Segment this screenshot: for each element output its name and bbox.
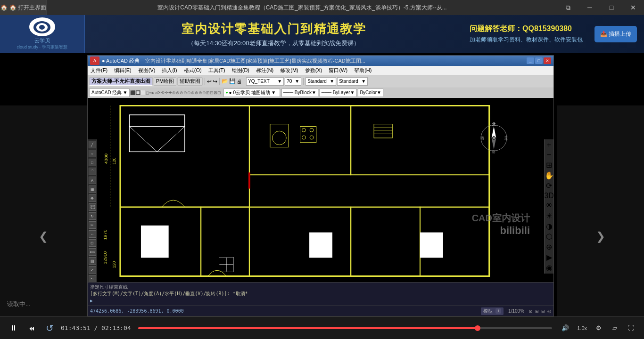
tool-text[interactable]: A [89, 177, 96, 184]
menu-tools[interactable]: 工具(T) [207, 67, 227, 74]
tool-arc[interactable]: ⌒ [89, 168, 96, 175]
menu-annotate[interactable]: 标注(N) [255, 67, 275, 74]
toolbar-tab2[interactable]: PM绘图 [154, 77, 177, 86]
svg-rect-16 [141, 226, 169, 258]
rtool-pan[interactable]: ✋ [545, 171, 554, 180]
menu-edit[interactable]: 编辑(E) [113, 67, 133, 74]
home-button[interactable]: 🏠 🏠 打开主界面 [0, 0, 47, 15]
logo-sub: cloud study · 学习家装智慧 [17, 44, 67, 50]
tool-rect[interactable]: □ [89, 159, 96, 166]
menu-modify[interactable]: 修改(M) [279, 67, 300, 74]
upload-button[interactable]: 📤 插播上传 [594, 26, 637, 42]
play-pause-button[interactable]: ⏸ [7, 322, 20, 335]
undo-icon[interactable]: ↩ [207, 78, 212, 85]
cad-toolbar-1: 方案大师-不允许直接出图 PM绘图 辅助套图 ↩ ↪ 📂 💾 🖨 YQ_TEXT… [88, 75, 553, 88]
rtool-orbit[interactable]: ⟳ [546, 181, 552, 190]
polar-icon[interactable]: ◎ [547, 309, 551, 314]
skip-prev-button[interactable]: ⏮ [25, 322, 38, 335]
layer-dot-icon: ● [226, 90, 228, 95]
rtool-zoom-in[interactable]: + [547, 141, 551, 149]
tool-offset[interactable]: ⊡ [89, 239, 96, 247]
tool-stretch[interactable]: ⤳ [89, 275, 96, 282]
tool-mirror[interactable]: ⟺ [89, 248, 96, 256]
cad-restore[interactable]: □ [535, 57, 543, 64]
snap-icon[interactable]: ⊠ [529, 309, 533, 314]
tool-copy[interactable]: ⿸ [89, 203, 96, 211]
tool-array[interactable]: ▤ [89, 257, 96, 265]
size-field[interactable]: 70 ▼ [285, 77, 301, 86]
ortho-icon[interactable]: ⊟ [541, 309, 545, 314]
main-video-area: ❮ A ● AutoCAD 经典 室内设计零基础到精通全集|家居CAD施工图|家… [0, 53, 644, 316]
open-icon[interactable]: 📂 [222, 78, 228, 84]
rtool-zoom-all[interactable]: ⊞ [546, 161, 552, 170]
maximize-button[interactable]: □ [601, 0, 622, 15]
print-icon[interactable]: 🖨 [237, 79, 242, 84]
style1-dropdown[interactable]: Standard ▼ [305, 77, 336, 86]
rtool-zoom-out[interactable]: − [547, 151, 551, 159]
rtool-wire[interactable]: ⬡ [546, 232, 553, 241]
menu-insert[interactable]: 插入(I) [160, 67, 178, 74]
redo-icon[interactable]: ↪ [213, 78, 217, 85]
byblock-dropdown[interactable]: ─── ByBlock ▼ [281, 89, 318, 97]
menu-format[interactable]: 格式(O) [182, 67, 203, 74]
cad-drawing-area[interactable]: ╱ ○ □ ⌒ A ▦ ✥ ⿸ ↻ ✂ ↔ ⊡ ⟺ ▤ ⤢ ⤳ ←→ ≡ ℹ [88, 98, 553, 284]
tool-line[interactable]: ╱ [89, 141, 96, 148]
cad-command-line: 指定尺寸结束直线 [多行文字(M)/文字(T)/角度(A)/水平(H)/垂直(V… [88, 282, 553, 306]
toolbar-btn1[interactable]: 辅助套图 [177, 77, 203, 86]
tool-scale[interactable]: ⤢ [89, 266, 96, 274]
menu-help[interactable]: 帮助(H) [353, 67, 373, 74]
svg-text:120: 120 [112, 261, 116, 268]
bylayer-dropdown[interactable]: ─── ByLayer ▼ [320, 89, 357, 97]
layer-filter-text: ● 0云学贝-地图辅助 [229, 89, 271, 96]
fullscreen-button[interactable]: ⛶ [625, 322, 637, 334]
tool-trim[interactable]: ✂ [89, 221, 96, 229]
rtool-walk[interactable]: ▶ [546, 253, 552, 262]
left-arrow-icon[interactable]: ❮ [39, 230, 48, 243]
progress-bar[interactable] [138, 327, 552, 329]
right-arrow-icon[interactable]: ❯ [596, 230, 605, 243]
rtool-nav[interactable]: ⊕ [546, 242, 552, 251]
tool-extend[interactable]: ↔ [89, 230, 96, 238]
layer-filter-dropdown[interactable]: ● ● 0云学贝-地图辅助 ▼ [223, 89, 280, 97]
rtool-view[interactable]: 👁 [545, 202, 553, 210]
minimize-button[interactable]: ─ [579, 0, 601, 15]
tool-move[interactable]: ✥ [89, 194, 96, 202]
menu-draw[interactable]: 绘图(D) [231, 67, 251, 74]
tool-circle[interactable]: ○ [89, 150, 96, 157]
rtool-render[interactable]: ☀ [546, 211, 553, 220]
tool-hatch[interactable]: ▦ [89, 186, 96, 193]
speed-button[interactable]: 1.0x [575, 322, 589, 334]
volume-button[interactable]: 🔊 [559, 322, 571, 334]
cad-drawing-label-dropdown[interactable]: AutoCAD 经典 ▼ [89, 89, 130, 97]
rtool-3d[interactable]: 3D [544, 192, 553, 200]
style2-dropdown[interactable]: Standard ▼ [337, 77, 368, 86]
layer-dropdown[interactable]: YQ_TEXT ▼ [246, 77, 284, 86]
toolbar-divider-2 [219, 78, 220, 85]
cmd-input-line[interactable]: ▶ [90, 298, 551, 303]
menu-window[interactable]: 窗口(W) [327, 67, 349, 74]
grid-icon[interactable]: ⊞ [535, 309, 539, 314]
toolbar-divider-4 [303, 78, 304, 85]
restore-button[interactable]: ⧉ [557, 0, 579, 15]
bycolor-dropdown[interactable]: ByColor ▼ [358, 89, 383, 97]
toolbar-tab1[interactable]: 方案大师-不允许直接出图 [89, 77, 153, 86]
cad-minimize[interactable]: _ [527, 57, 534, 64]
menu-file[interactable]: 文件(F) [89, 67, 109, 74]
settings-button[interactable]: ⚙ [593, 322, 605, 334]
toolbar2-icons: ⬛🔲⬜◻▪▫▸◃⟳⟲✛✚⊕⊗⊘⊖⊙⊚⊛⊜⊝⊞⊟⊠⊡ [130, 90, 221, 95]
rtool-shade[interactable]: ◑ [546, 222, 553, 231]
close-button[interactable]: ✕ [622, 0, 644, 15]
menu-view[interactable]: 视图(V) [137, 67, 157, 74]
cad-close[interactable]: ✕ [544, 57, 551, 64]
cmd-input[interactable] [95, 298, 190, 303]
rtool-anim[interactable]: ◉ [546, 263, 553, 272]
model-tab-btn[interactable]: + [495, 308, 501, 314]
model-tab[interactable]: 模型 + [481, 307, 504, 315]
watermark-area: CAD室内设计 bilibili [472, 212, 530, 237]
pip-button[interactable]: ▱ [609, 322, 621, 334]
menu-params[interactable]: 参数(X) [304, 67, 324, 74]
save-icon[interactable]: 💾 [229, 78, 236, 84]
tool-rotate[interactable]: ↻ [89, 212, 96, 220]
replay-button[interactable]: ↺ [43, 322, 56, 335]
right-sidebar[interactable]: ❯ [557, 105, 644, 339]
